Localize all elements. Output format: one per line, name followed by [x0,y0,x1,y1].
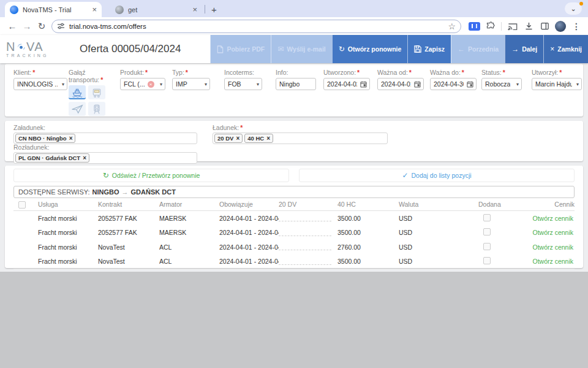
close-x-icon: × [550,45,554,53]
address-bar[interactable]: trial.nova-tms.com/offers ☆ [51,20,461,33]
open-pricelist-link[interactable]: Otwórz cennik [532,215,575,222]
branch-rail-button[interactable] [88,102,105,116]
table-row: Fracht morski NovaTest ACL 2024-04-01 - … [13,255,575,269]
utworzyl-select[interactable]: Marcin Hajdul ▾ [532,78,582,90]
zaladunek-input[interactable]: CN NBO · Ningbo × [13,132,197,144]
available-services-header: DOSTĘPNE SERWISY: NINGBO → GDAŃSK DCT [13,186,575,198]
select-all-checkbox[interactable] [18,201,26,209]
tab-divider [205,5,205,13]
cast-icon[interactable] [506,20,519,33]
side-panel-icon[interactable] [538,20,551,33]
clear-selection-icon[interactable]: × [148,81,154,88]
table-row: Fracht morski 2052577 FAK MAERSK 2024-04… [13,226,575,240]
chip-remove-icon[interactable]: × [236,135,239,142]
table-row: Fracht morski NovaTest ACL 2024-04-01 - … [13,240,575,255]
locations-card: Załadunek: CN NBO · Ningbo × Ładunek:* 2… [5,121,583,161]
branch-road-button[interactable] [88,85,105,99]
tab-close-icon[interactable]: × [92,6,97,13]
produkt-select[interactable]: FCL (... × ▾ [120,78,165,90]
previous-button[interactable]: ← Porzednia [451,35,505,63]
next-button[interactable]: → Dalej [505,35,543,63]
action-bars: ↻ Odśwież / Przetwórz ponownie ✓ Dodaj d… [13,169,575,182]
close-offer-button[interactable]: × Zamknij [543,35,588,63]
logo-text-va: VA [26,40,43,53]
browser-window: NovaTMS - Trial × get × + ⌄ ← → ↻ trial.… [0,0,588,368]
download-icon[interactable] [522,20,535,33]
download-pdf-button[interactable]: Pobierz PDF [210,35,271,63]
field-utworzono: Utworzono:* 2024-04-02 [323,68,377,117]
price-20dv-input[interactable] [279,229,331,236]
chevron-down-icon: ▾ [62,82,64,87]
refresh-icon: ↻ [103,171,109,180]
utworzono-date-input[interactable]: 2024-04-02 [323,78,370,90]
typ-select[interactable]: IMP ▾ [172,78,210,90]
info-input[interactable]: Ningbo [276,78,316,90]
tab-close-icon[interactable]: × [192,6,197,13]
field-utworzyl: Utworzył:* Marcin Hajdul ▾ [532,68,588,117]
open-pricelist-link[interactable]: Otwórz cennik [532,243,575,251]
tab-title: NovaTMS - Trial [23,6,88,13]
bookmark-star-icon[interactable]: ☆ [448,21,456,31]
price-20dv-input[interactable] [279,243,331,250]
add-to-positions-button[interactable]: ✓ Dodaj do listy pozycji [299,169,575,182]
transport-branch-picker [69,85,120,116]
reopen-refresh-icon: ↻ [339,45,345,53]
chip-remove-icon[interactable]: × [69,135,73,142]
send-email-button[interactable]: ✉ Wyślij e-mail [271,35,331,63]
dodana-checkbox[interactable] [483,243,491,250]
dodana-checkbox[interactable] [483,257,491,264]
logo-text-n: N [6,40,16,53]
toolbar-divider [501,22,502,31]
save-button[interactable]: Zapisz [407,35,451,63]
dodana-checkbox[interactable] [483,214,491,221]
app-body: Klient:* INNOLOGIS ... ▾ Gałąź transport… [0,63,588,368]
wazna-od-date-input[interactable]: 2024-04-01 [377,78,424,90]
incoterms-select[interactable]: FOB ▾ [224,78,262,90]
envelope-icon: ✉ [277,45,284,53]
back-icon[interactable]: ← [5,19,20,34]
rozladunek-input[interactable]: PL GDN · Gdańsk DCT × [13,152,197,164]
chevron-down-icon: ▾ [160,82,162,87]
status-select[interactable]: Robocza ▾ [481,78,522,90]
refresh-reprocess-button[interactable]: ↻ Odśwież / Przetwórz ponownie [13,169,289,182]
price-20dv-input[interactable] [279,258,331,265]
wazna-do-date-input[interactable]: 2024-04-30 [430,78,477,90]
container-chip: 40 HC × [244,134,273,143]
field-typ: Typ:* IMP ▾ [172,68,224,117]
reopen-button[interactable]: ↻ Otwórz ponownie [332,35,408,63]
calendar-icon[interactable] [360,81,367,88]
password-manager-icon[interactable] [467,20,481,33]
new-tab-button[interactable]: + [211,4,217,15]
calendar-icon[interactable] [414,81,421,88]
arrow-right-icon: → [511,45,519,53]
reload-icon[interactable]: ↻ [34,19,49,34]
url-text[interactable]: trial.nova-tms.com/offers [69,23,448,30]
chip-remove-icon[interactable]: × [83,155,86,161]
profile-avatar[interactable] [554,20,567,33]
field-wazna-do: Ważna do:* 2024-04-30 [430,68,481,117]
save-floppy-icon [414,45,421,53]
browser-menu-icon[interactable]: ⋮ [570,20,583,33]
chip-remove-icon[interactable]: × [266,135,270,142]
branch-sea-button[interactable] [69,85,86,99]
tab-get[interactable]: get × [110,2,202,17]
branch-air-button[interactable] [69,102,86,116]
ladunek-input[interactable]: 20 DV × 40 HC × [213,132,388,144]
origin-label: NINGBO [92,188,119,196]
open-pricelist-link[interactable]: Otwórz cennik [532,258,575,265]
tab-strip: NovaTMS - Trial × get × + ⌄ [0,0,588,17]
services-table: Usługa Kontrakt Armator Obowiązuje 20 DV… [13,198,575,269]
novatms-favicon [10,6,18,14]
logo-subtext: TRACKING [6,53,70,58]
tab-novatms[interactable]: NovaTMS - Trial × [5,2,102,17]
truck-icon [91,87,102,98]
forward-icon[interactable]: → [20,19,34,34]
klient-select[interactable]: INNOLOGIS ... ▾ [13,78,67,90]
site-settings-icon[interactable] [57,22,65,30]
calendar-icon[interactable] [467,81,473,88]
extensions-puzzle-icon[interactable] [483,20,497,33]
price-20dv-input[interactable] [279,215,331,221]
dodana-checkbox[interactable] [483,228,491,236]
destination-label: GDAŃSK DCT [131,188,176,196]
open-pricelist-link[interactable]: Otwórz cennik [532,229,575,236]
